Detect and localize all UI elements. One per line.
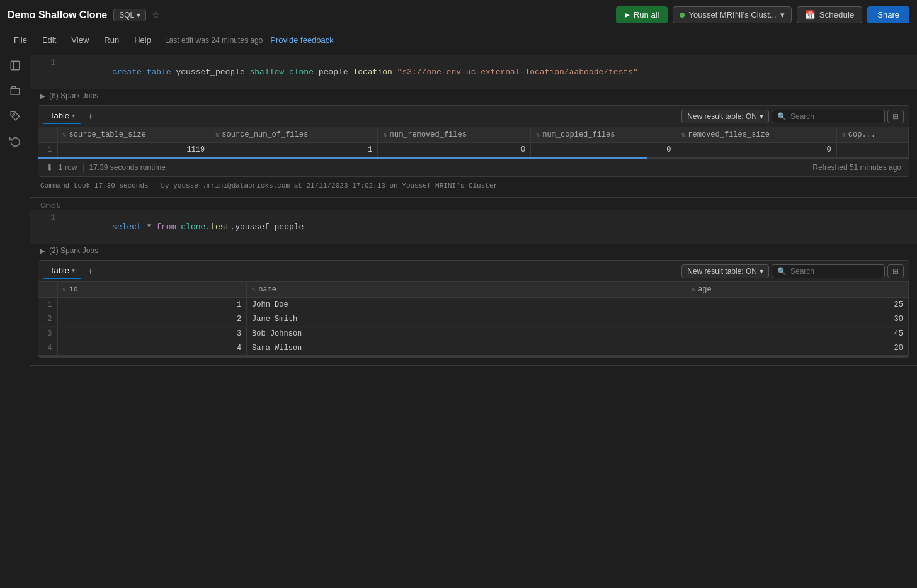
cell-cop — [836, 143, 908, 157]
calendar-icon: 📅 — [805, 10, 816, 20]
download-button-1[interactable]: ⬇ — [46, 162, 54, 172]
play-icon: ▶ — [625, 11, 630, 18]
table-row: 4 4 Sara Wilson 20 — [38, 341, 909, 356]
sort-icon: ⇅ — [63, 286, 67, 293]
sort-icon: ⇅ — [842, 132, 846, 139]
run-all-button[interactable]: ▶ Run all — [616, 6, 668, 23]
sort-icon: ⇅ — [536, 132, 540, 139]
row-num-cell: 1 — [38, 298, 57, 312]
tab-table-1[interactable]: Table ▾ — [43, 108, 81, 124]
menu-view[interactable]: View — [65, 33, 95, 47]
provide-feedback-link[interactable]: Provide feedback — [270, 35, 333, 45]
row-num-cell: 4 — [38, 341, 57, 356]
col-num-copied-files: ⇅num_copied_files — [531, 127, 676, 143]
spark-jobs-1[interactable]: ▶ (6) Spark Jobs — [30, 89, 917, 103]
cell-age-2: 30 — [686, 312, 909, 327]
schedule-button[interactable]: 📅 Schedule — [797, 6, 863, 23]
code-line-2: 1 select * from clone.test.youssef_peopl… — [30, 210, 917, 244]
menu-bar: File Edit View Run Help Last edit was 24… — [0, 30, 917, 50]
folder-icon[interactable] — [5, 81, 25, 101]
cell-name-1: John Doe — [247, 298, 686, 312]
chevron-down-icon: ▾ — [137, 11, 140, 20]
cell-id-1: 1 — [57, 298, 247, 312]
add-view-button-2[interactable]: + — [84, 264, 97, 278]
sort-icon: ⇅ — [692, 286, 695, 293]
cell-age-3: 45 — [686, 327, 909, 341]
last-edit-hint: Last edit was 24 minutes ago — [165, 36, 263, 45]
sort-icon: ⇅ — [215, 132, 219, 139]
menu-help[interactable]: Help — [128, 33, 157, 47]
new-result-selector-2[interactable]: New result table: ON ▾ — [681, 264, 769, 278]
search-box-1: 🔍 — [772, 110, 885, 123]
cell-removed-files-size: 0 — [676, 143, 836, 157]
left-sidebar — [0, 50, 30, 588]
col-cop: ⇅cop... — [836, 127, 908, 143]
cell-age-1: 25 — [686, 298, 909, 312]
new-result-selector-1[interactable]: New result table: ON ▾ — [681, 110, 769, 123]
data-table-2: ⇅id ⇅name ⇅age — [38, 282, 909, 355]
top-bar: Demo Shallow Clone SQL ▾ ☆ ▶ Run all You… — [0, 0, 917, 30]
search-icon: 🔍 — [777, 112, 787, 121]
cell-age-4: 20 — [686, 341, 909, 356]
search-icon: 🔍 — [777, 267, 787, 276]
table-header-row-1: ⇅source_table_size ⇅source_num_of_files … — [38, 127, 909, 143]
table-toolbar-2: Table ▾ + New result table: ON ▾ 🔍 ⊞ — [38, 261, 909, 282]
sort-icon: ⇅ — [681, 132, 685, 139]
cell-1: 1 create table youssef_people shallow cl… — [30, 55, 917, 198]
language-badge[interactable]: SQL ▾ — [113, 9, 146, 21]
col-rownum — [38, 127, 57, 143]
code-line-1: 1 create table youssef_people shallow cl… — [30, 55, 917, 89]
menu-edit[interactable]: Edit — [36, 33, 62, 47]
app-title: Demo Shallow Clone — [8, 9, 107, 21]
col-removed-files-size: ⇅removed_files_size — [676, 127, 836, 143]
chevron-down-icon: ▾ — [760, 267, 763, 276]
menu-file[interactable]: File — [8, 33, 33, 47]
menu-run[interactable]: Run — [98, 33, 125, 47]
search-input-1[interactable] — [790, 112, 866, 121]
cell-num-removed-files: 0 — [378, 143, 531, 157]
cluster-selector[interactable]: Youssef MRINI's Clust... ▾ — [673, 6, 791, 23]
cell-id-4: 4 — [57, 341, 247, 356]
svg-rect-0 — [11, 61, 20, 70]
col-id: ⇅id — [57, 282, 247, 298]
search-input-2[interactable] — [790, 267, 866, 276]
copy-button-2[interactable]: ⊞ — [887, 264, 904, 278]
cell-id-2: 2 — [57, 312, 247, 327]
row-num-cell: 1 — [38, 143, 57, 157]
chevron-down-icon: ▾ — [72, 112, 75, 119]
star-button[interactable]: ☆ — [151, 9, 160, 21]
line-number-1: 1 — [40, 58, 55, 67]
table-row: 1 1 John Doe 25 — [38, 298, 909, 312]
chevron-down-icon: ▾ — [780, 10, 785, 20]
table-header-row-2: ⇅id ⇅name ⇅age — [38, 282, 909, 298]
sort-icon: ⇅ — [252, 286, 256, 293]
result-container-1: Table ▾ + New result table: ON ▾ 🔍 ⊞ — [38, 105, 909, 177]
sort-icon: ⇅ — [383, 132, 387, 139]
table-row: 1 1119 1 0 0 0 — [38, 143, 909, 157]
cell-name-3: Bob Johnson — [247, 327, 686, 341]
table-toolbar-1: Table ▾ + New result table: ON ▾ 🔍 ⊞ — [38, 106, 909, 127]
cell-source-num-files: 1 — [210, 143, 378, 157]
resize-handle-2[interactable]: ⋮ — [38, 355, 909, 357]
spark-jobs-2[interactable]: ▶ (2) Spark Jobs — [30, 244, 917, 257]
col-name: ⇅name — [247, 282, 686, 298]
col-source-table-size: ⇅source_table_size — [57, 127, 210, 143]
tag-icon[interactable] — [5, 106, 25, 126]
chevron-right-icon: ▶ — [40, 93, 45, 99]
notebook-icon[interactable] — [5, 55, 25, 76]
content-area: 1 create table youssef_people shallow cl… — [30, 50, 917, 588]
refresh-icon[interactable] — [5, 131, 25, 151]
share-button[interactable]: Share — [867, 6, 909, 23]
chevron-right-icon: ▶ — [40, 247, 45, 254]
tab-table-2[interactable]: Table ▾ — [43, 263, 81, 279]
row-num-cell: 3 — [38, 327, 57, 341]
result-footer-1: ⬇ 1 row | 17.39 seconds runtime Refreshe… — [38, 159, 909, 176]
add-view-button-1[interactable]: + — [84, 110, 97, 123]
code-content-1: create table youssef_people shallow clon… — [63, 58, 638, 86]
cell-2: 1 select * from clone.test.youssef_peopl… — [30, 210, 917, 366]
line-number-2: 1 — [40, 213, 55, 222]
copy-button-1[interactable]: ⊞ — [887, 110, 904, 123]
top-bar-actions: ▶ Run all Youssef MRINI's Clust... ▾ 📅 S… — [616, 6, 909, 23]
cell-name-2: Jane Smith — [247, 312, 686, 327]
cell-source-table-size: 1119 — [57, 143, 210, 157]
